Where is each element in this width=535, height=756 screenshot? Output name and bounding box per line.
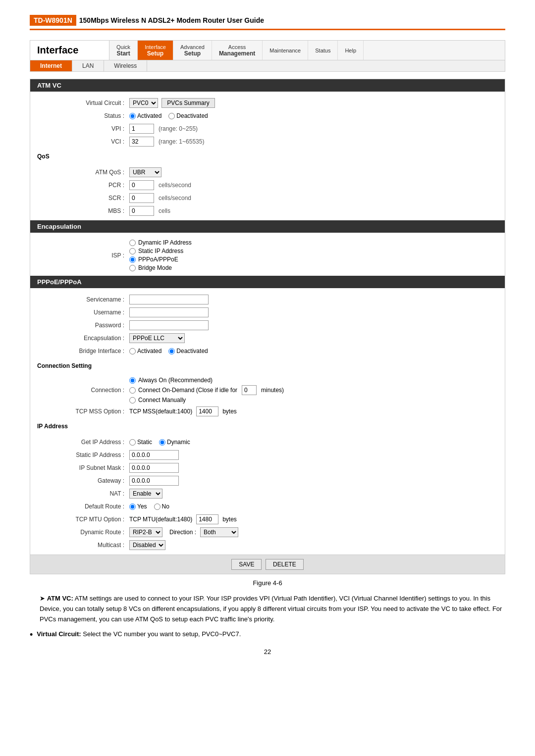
bridge-activated-radio[interactable] bbox=[129, 348, 136, 354]
vpi-input[interactable] bbox=[129, 124, 154, 134]
username-input[interactable] bbox=[129, 307, 209, 317]
save-button[interactable]: SAVE bbox=[231, 559, 262, 570]
nav-item-interface-setup[interactable]: Interface Setup bbox=[138, 41, 173, 60]
direction-select[interactable]: BothNoneIN onlyOUT only bbox=[200, 527, 238, 537]
mbs-input[interactable] bbox=[129, 206, 154, 216]
brand-label: TD-W8901N bbox=[30, 15, 76, 26]
password-input[interactable] bbox=[129, 320, 209, 330]
page-number: 22 bbox=[30, 648, 505, 655]
conn-demand-radio[interactable] bbox=[129, 387, 136, 394]
row-isp: ISP : Dynamic IP Address Static IP Addre… bbox=[30, 238, 505, 273]
status-activated-option[interactable]: Activated bbox=[129, 112, 161, 119]
para-virtual-circuit-text: Virtual Circuit: Select the VC number yo… bbox=[37, 629, 241, 640]
default-route-no-radio[interactable] bbox=[154, 504, 160, 510]
pcr-hint: cells/second bbox=[159, 182, 191, 189]
subnet-mask-label: IP Subnet Mask : bbox=[30, 464, 129, 471]
row-nat: NAT : EnableDisable bbox=[30, 487, 505, 500]
para-atm-vc: ➤ ATM VC: ATM settings are used to conne… bbox=[30, 594, 505, 624]
atm-qos-control: UBRCBRnrtVBRrtVBR bbox=[129, 167, 161, 177]
doc-title: 150Mbps Wireless N ADSL2+ Modem Router U… bbox=[79, 16, 264, 24]
default-route-no-option[interactable]: No bbox=[154, 503, 169, 510]
nav-sidebar: Interface bbox=[30, 41, 109, 60]
tcp-mtu-unit: bytes bbox=[222, 516, 237, 523]
nav-item-access-management[interactable]: Access Management bbox=[212, 41, 263, 60]
tcp-mss-input[interactable] bbox=[196, 406, 218, 416]
get-ip-dynamic-radio[interactable] bbox=[159, 439, 165, 446]
bridge-deactivated-radio[interactable] bbox=[168, 348, 175, 354]
isp-dynamic-radio[interactable] bbox=[129, 240, 136, 246]
form-encapsulation: ISP : Dynamic IP Address Static IP Addre… bbox=[30, 233, 505, 276]
gateway-input[interactable] bbox=[129, 476, 179, 486]
isp-bridge-radio[interactable] bbox=[129, 265, 136, 271]
gateway-label: Gateway : bbox=[30, 477, 129, 484]
form-ip: Get IP Address : Static Dynamic Static I… bbox=[30, 431, 505, 554]
get-ip-dynamic-option[interactable]: Dynamic bbox=[159, 439, 190, 446]
row-tcp-mtu: TCP MTU Option : TCP MTU(default:1480) b… bbox=[30, 513, 505, 526]
status-radio-group: Activated Deactivated bbox=[129, 112, 213, 119]
virtual-circuit-select[interactable]: PVC0PVC1PVC2PVC3 PVC4PVC5PVC6PVC7 bbox=[129, 98, 158, 108]
nav-item-status[interactable]: Status bbox=[308, 41, 338, 60]
status-deactivated-label: Deactivated bbox=[176, 112, 208, 119]
vci-control: (range: 1~65535) bbox=[129, 137, 204, 147]
subnet-mask-input[interactable] bbox=[129, 463, 179, 473]
form-connection: Connection : Always On (Recommended) Con… bbox=[30, 370, 505, 421]
section-encapsulation: Encapsulation bbox=[30, 220, 505, 233]
tab-lan[interactable]: LAN bbox=[72, 60, 104, 71]
nav-item-advanced-setup[interactable]: Advanced Setup bbox=[173, 41, 212, 60]
status-activated-label: Activated bbox=[137, 112, 161, 119]
row-scr: SCR : cells/second bbox=[30, 192, 505, 204]
section-pppoe: PPPoE/PPPoA bbox=[30, 276, 505, 288]
row-connection: Connection : Always On (Recommended) Con… bbox=[30, 375, 505, 405]
direction-label: Direction : bbox=[169, 529, 196, 536]
pcr-input[interactable] bbox=[129, 180, 154, 190]
nav-item-maintenance[interactable]: Maintenance bbox=[263, 41, 308, 60]
dynamic-route-select[interactable]: RIP1RIP2-BRIP2-M bbox=[129, 527, 162, 537]
tab-wireless[interactable]: Wireless bbox=[104, 60, 147, 71]
status-deactivated-option[interactable]: Deactivated bbox=[168, 112, 208, 119]
nav-items: Quick Start Interface Setup Advanced Set… bbox=[109, 41, 505, 60]
conn-demand-minutes: minutes) bbox=[261, 387, 284, 394]
row-multicast: Multicast : DisabledIGMPv1IGMPv2 bbox=[30, 539, 505, 552]
static-ip-input[interactable] bbox=[129, 450, 179, 460]
row-bridge-interface: Bridge Interface : Activated Deactivated bbox=[30, 345, 505, 357]
idle-minutes-input[interactable] bbox=[242, 385, 257, 395]
get-ip-static-option[interactable]: Static bbox=[129, 439, 152, 446]
tab-internet[interactable]: Internet bbox=[30, 60, 72, 71]
connection-setting-label: Connection Setting bbox=[30, 360, 505, 370]
conn-manually-radio[interactable] bbox=[129, 397, 136, 403]
delete-button[interactable]: DELETE bbox=[266, 559, 304, 570]
vci-input[interactable] bbox=[129, 137, 154, 147]
tcp-mss-unit: bytes bbox=[222, 408, 237, 415]
tcp-mtu-input[interactable] bbox=[196, 514, 218, 524]
bridge-activated-option[interactable]: Activated bbox=[129, 348, 161, 354]
pvcs-summary-button[interactable]: PVCs Summary bbox=[161, 98, 214, 108]
encapsulation-pppoe-select[interactable]: PPPoE LLCPPPoE VC-MuxPPPoA LLCPPPoA VC-M… bbox=[129, 333, 185, 343]
tcp-mtu-control: TCP MTU(default:1480) bytes bbox=[129, 514, 237, 524]
conn-always-on-radio[interactable] bbox=[129, 377, 136, 384]
default-route-yes-option[interactable]: Yes bbox=[129, 503, 147, 510]
figure-label: Figure 4-6 bbox=[30, 579, 505, 587]
button-row: SAVE DELETE bbox=[30, 554, 505, 574]
password-label: Password : bbox=[30, 322, 129, 329]
status-deactivated-radio[interactable] bbox=[168, 113, 175, 119]
tcp-mtu-hint: TCP MTU(default:1480) bbox=[129, 516, 192, 523]
connection-options: Always On (Recommended) Connect On-Deman… bbox=[129, 377, 284, 403]
row-vci: VCI : (range: 1~65535) bbox=[30, 135, 505, 148]
nav-item-quick-start[interactable]: Quick Start bbox=[109, 41, 138, 60]
atm-qos-select[interactable]: UBRCBRnrtVBRrtVBR bbox=[129, 167, 161, 177]
status-activated-radio[interactable] bbox=[129, 113, 136, 119]
isp-dynamic-label: Dynamic IP Address bbox=[138, 239, 192, 246]
bridge-deactivated-label: Deactivated bbox=[176, 348, 208, 354]
get-ip-static-radio[interactable] bbox=[129, 439, 136, 446]
bridge-deactivated-option[interactable]: Deactivated bbox=[168, 348, 208, 354]
default-route-yes-radio[interactable] bbox=[129, 504, 136, 510]
multicast-select[interactable]: DisabledIGMPv1IGMPv2 bbox=[129, 540, 165, 550]
servicename-input[interactable] bbox=[129, 295, 209, 304]
isp-static-radio[interactable] bbox=[129, 248, 136, 254]
scr-input[interactable] bbox=[129, 193, 154, 203]
nav-item-help[interactable]: Help bbox=[338, 41, 364, 60]
row-password: Password : bbox=[30, 319, 505, 332]
isp-pppoe-radio[interactable] bbox=[129, 256, 136, 263]
nat-select[interactable]: EnableDisable bbox=[129, 489, 162, 499]
conn-option-manually: Connect Manually bbox=[129, 397, 284, 403]
